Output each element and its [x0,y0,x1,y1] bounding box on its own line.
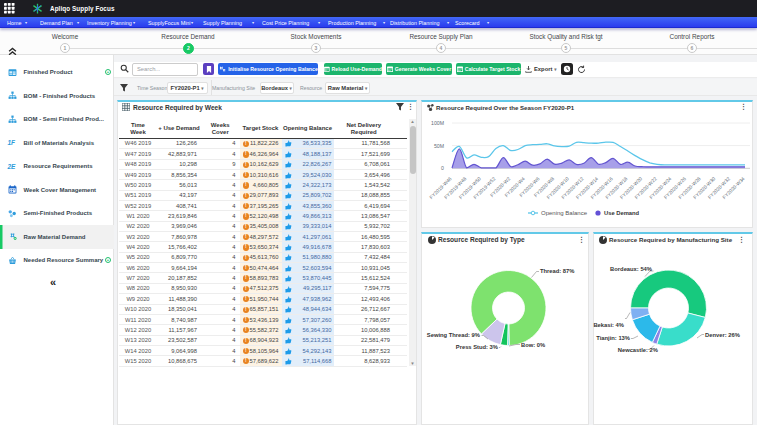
svg-text:Sewing Thread: 9%: Sewing Thread: 9% [427,332,480,338]
svg-text:Bow: 0%: Bow: 0% [521,342,545,348]
svg-text:Bekasi: 4%: Bekasi: 4% [593,322,624,328]
svg-text:Press Stud: 3%: Press Stud: 3% [456,344,498,350]
svg-text:Thread: 87%: Thread: 87% [540,268,574,274]
svg-text:Newcastle: 2%: Newcastle: 2% [618,347,658,353]
svg-text:100M: 100M [431,120,444,126]
svg-text:Use Demand: Use Demand [604,210,640,216]
svg-text:0: 0 [441,165,444,171]
svg-text:50M: 50M [434,143,444,149]
svg-text:Tianjin: 13%: Tianjin: 13% [596,335,630,341]
svg-text:Denver: 26%: Denver: 26% [705,332,740,338]
svg-text:Bordeaux: 54%: Bordeaux: 54% [610,266,652,272]
svg-text:Opening Balance: Opening Balance [541,210,588,216]
